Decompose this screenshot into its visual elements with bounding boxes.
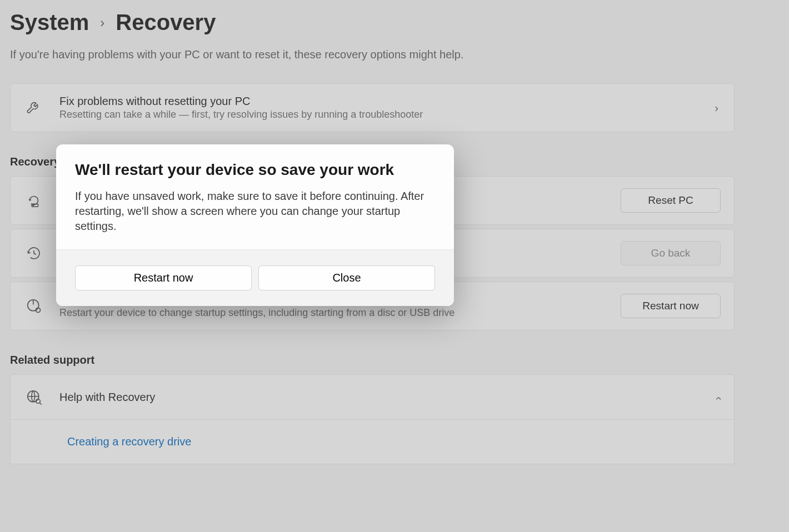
dialog-footer: Restart now Close	[56, 249, 454, 306]
dialog-text: If you have unsaved work, make sure to s…	[75, 189, 435, 234]
dialog-close-button[interactable]: Close	[258, 265, 435, 290]
dialog-restart-button[interactable]: Restart now	[75, 265, 252, 290]
dialog-title: We'll restart your device so save your w…	[75, 161, 435, 179]
restart-dialog: We'll restart your device so save your w…	[56, 144, 454, 306]
dialog-body: We'll restart your device so save your w…	[56, 144, 454, 249]
